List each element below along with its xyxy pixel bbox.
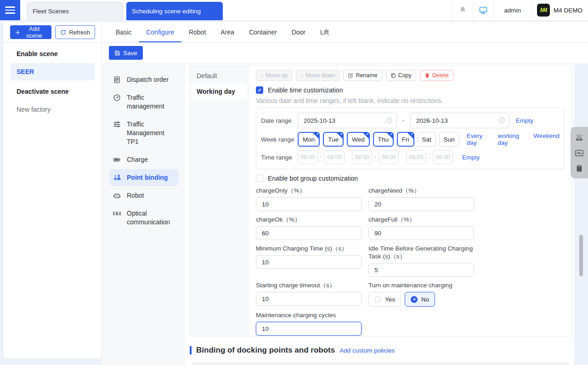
date-end-input[interactable]	[410, 113, 509, 128]
section-accent-bar	[190, 346, 192, 354]
charge-full-input[interactable]	[368, 226, 474, 240]
weekday-mon[interactable]: Mon	[298, 132, 320, 147]
maintenance-charging-no[interactable]: No	[405, 292, 435, 307]
save-icon	[114, 50, 120, 56]
radio-on-icon	[411, 296, 418, 303]
date-range-label: Date range	[261, 117, 298, 124]
alarm-icon[interactable]	[574, 132, 584, 143]
maintenance-charging-label: Turn on maintenance charging	[368, 281, 474, 289]
plus-icon	[16, 30, 20, 35]
point-binding-icon	[113, 174, 121, 182]
config-nav-label: Traffic Management TP1	[127, 120, 175, 146]
date-start-input[interactable]	[298, 113, 397, 128]
starting-timeout-input[interactable]	[256, 292, 362, 306]
enable-bot-group-checkbox[interactable]	[256, 175, 263, 182]
scene-buttons-row: Add scene Refresh	[4, 22, 102, 43]
time-end-input-1[interactable]	[324, 150, 345, 164]
weekday-tue[interactable]: Tue	[323, 132, 344, 147]
editor-tabs: Basic Configure Robot Area Container Doo…	[102, 22, 588, 43]
tab-lift[interactable]: Lift	[313, 22, 336, 42]
maintenance-charging-yes[interactable]: Yes	[368, 292, 401, 307]
weekday-fri[interactable]: Fri	[397, 132, 414, 147]
time-start-input-2[interactable]	[352, 150, 372, 164]
move-up-button[interactable]: ↑ Move up	[256, 70, 292, 81]
working-day-link[interactable]: working day	[498, 132, 526, 146]
brand-area[interactable]: M4 M4 DEMO	[531, 0, 588, 20]
weekday-sun[interactable]: Sun	[439, 132, 459, 147]
monitor-pulse-icon[interactable]	[574, 148, 584, 158]
scene-item-new-factory[interactable]: New factory	[10, 101, 95, 118]
tab-container[interactable]: Container	[242, 22, 284, 42]
scrollbar-thumb[interactable]	[579, 235, 583, 276]
tab-door[interactable]: Door	[284, 22, 313, 42]
time-empty-link[interactable]: Empty	[462, 154, 480, 161]
idle-time-field: Idle Time Before Generating Charging Tas…	[368, 245, 474, 277]
charge-ok-input[interactable]	[256, 226, 362, 240]
config-nav-charge[interactable]: Charge	[109, 151, 179, 168]
config-nav-dispatch-order[interactable]: Dispatch order	[109, 71, 179, 88]
binding-table-header-strip	[192, 362, 570, 365]
maintenance-cycles-input[interactable]	[256, 322, 362, 336]
every-day-link[interactable]: Every day	[467, 132, 490, 146]
notifications-button[interactable]	[452, 0, 473, 20]
day-type-default[interactable]: Default	[190, 68, 248, 84]
time-start-input-3[interactable]	[406, 150, 426, 164]
time-range-label: Time range	[261, 154, 298, 161]
sliders-icon	[113, 120, 121, 128]
enable-time-customization-checkbox[interactable]	[256, 86, 263, 94]
copy-button[interactable]: Copy	[386, 70, 416, 81]
user-menu[interactable]: admin	[493, 0, 531, 20]
scrollbar-track[interactable]	[574, 64, 588, 365]
clipboard-icon[interactable]	[575, 164, 584, 173]
tab-area[interactable]: Area	[213, 22, 242, 42]
date-empty-link[interactable]: Empty	[516, 117, 533, 124]
field-row-2: chargeOk（%） chargeFull（%）	[256, 216, 565, 240]
field-row-5: Maintenance charging cycles	[256, 311, 565, 336]
tab-configure[interactable]: Configure	[139, 22, 181, 42]
starting-timeout-field: Starting charge timeout（s）	[256, 281, 362, 306]
week-shortcut-links: Every day working day Weekend	[467, 132, 560, 146]
move-down-button[interactable]: ↓ Move down	[296, 70, 339, 81]
refresh-button[interactable]: Refresh	[55, 25, 95, 39]
tab-robot[interactable]: Robot	[181, 22, 213, 42]
config-nav-point-binding[interactable]: Point binding	[109, 169, 179, 186]
min-charging-time-label: Minimum Charging Time (s)（s）	[256, 245, 362, 252]
weekday-thu[interactable]: Thu	[373, 132, 394, 147]
config-nav-traffic-management-tp1[interactable]: Traffic Management TP1	[109, 116, 179, 150]
config-nav-label: Point binding	[127, 173, 168, 182]
add-custom-policies-link[interactable]: Add custom policies	[339, 347, 395, 354]
config-nav-label: Dispatch order	[127, 75, 169, 84]
time-start-input-1[interactable]	[298, 150, 318, 164]
delete-button[interactable]: Delete	[420, 70, 453, 81]
save-label: Save	[123, 50, 137, 57]
weekend-link[interactable]: Weekend	[533, 132, 560, 146]
rename-button[interactable]: Rename	[343, 70, 382, 81]
radio-yes-label: Yes	[385, 296, 395, 303]
charge-only-input[interactable]	[256, 197, 362, 211]
config-nav-optical-communication[interactable]: Optical communication	[109, 205, 179, 231]
save-button[interactable]: Save	[109, 46, 143, 60]
scene-item-seer[interactable]: SEER	[10, 63, 95, 80]
charge-need-input[interactable]	[368, 197, 474, 211]
day-type-working-day[interactable]: Working day	[191, 84, 247, 99]
day-type-actions: ↑ Move up ↓ Move down Rename	[256, 70, 565, 81]
weekday-wed[interactable]: Wed	[347, 132, 370, 147]
config-nav-traffic-management[interactable]: Traffic management	[109, 89, 179, 115]
time-end-input-2[interactable]	[379, 150, 399, 164]
window-tab-fleet-scenes[interactable]: Fleet Scenes	[27, 2, 123, 20]
config-nav-robot[interactable]: Robot	[109, 187, 179, 204]
idle-time-input[interactable]	[368, 263, 474, 277]
radio-off-icon	[374, 296, 381, 303]
refresh-label: Refresh	[69, 29, 90, 36]
charge-only-field: chargeOnly（%）	[256, 187, 362, 211]
window-tab-scheduling-scene-editing[interactable]: Scheduling scene editing	[126, 2, 223, 20]
weekday-sat[interactable]: Sat	[418, 132, 436, 147]
monitor-view-button[interactable]	[473, 0, 493, 20]
hamburger-menu-button[interactable]	[0, 0, 20, 20]
maintenance-cycles-label: Maintenance charging cycles	[256, 311, 362, 319]
min-charging-time-input[interactable]	[256, 255, 362, 269]
tab-basic[interactable]: Basic	[108, 22, 139, 42]
time-end-input-3[interactable]	[433, 150, 453, 164]
charge-need-field: chargeNeed（%）	[368, 187, 474, 211]
add-scene-button[interactable]: Add scene	[10, 25, 51, 39]
